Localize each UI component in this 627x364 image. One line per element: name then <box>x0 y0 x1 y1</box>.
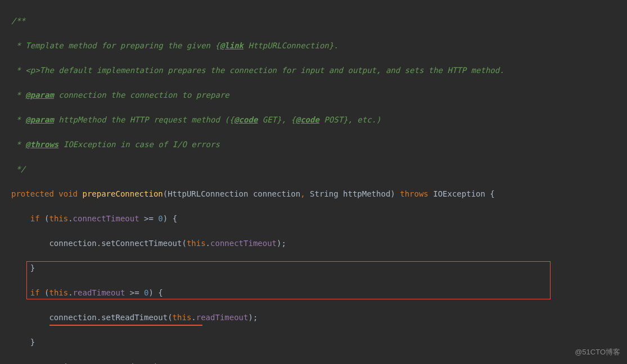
dot: . <box>191 313 196 322</box>
call-set-read-timeout: connection.setReadTimeout( <box>49 313 172 322</box>
keyword-void: void <box>58 189 82 198</box>
javadoc-line: * Template method for preparing the give… <box>11 41 220 50</box>
number-zero: 0 <box>158 214 163 223</box>
semicolon: ); <box>248 313 258 322</box>
dot: . <box>206 239 210 248</box>
keyword-this: this <box>187 239 206 248</box>
keyword-protected: protected <box>11 189 58 198</box>
keyword-if: if <box>30 214 44 223</box>
method-name: prepareConnection <box>82 189 163 198</box>
field-connect-timeout: connectTimeout <box>210 239 277 248</box>
semicolon: ); <box>277 239 286 248</box>
keyword-throws: throws <box>400 189 433 198</box>
javadoc-line: IOException in case of I/O errors <box>58 140 220 149</box>
javadoc-line: GET}, { <box>258 115 295 124</box>
field-connect-timeout: connectTimeout <box>73 214 139 223</box>
javadoc-html-p: <p> <box>25 66 39 75</box>
paren: ) { <box>163 214 177 223</box>
javadoc-line: httpMethod the HTTP request method ({ <box>54 115 234 124</box>
dot: . <box>68 288 73 297</box>
paren: ) { <box>148 288 163 297</box>
dot: . <box>68 214 73 223</box>
javadoc-line: * <box>11 115 25 124</box>
operator-ge: >= <box>139 214 159 223</box>
keyword-this: this <box>49 214 68 223</box>
field-read-timeout: readTimeout <box>73 288 125 297</box>
javadoc-line: * <box>11 66 25 75</box>
field-read-timeout: readTimeout <box>196 313 249 322</box>
javadoc-open: /** <box>11 16 25 25</box>
exception-type: IOException { <box>433 189 495 198</box>
javadoc-param-tag: @param <box>25 90 54 99</box>
keyword-if: if <box>30 288 44 297</box>
operator-ge: >= <box>125 288 144 297</box>
javadoc-line: The default implementation prepares the … <box>40 66 504 75</box>
javadoc-code-tag: @code <box>234 115 258 124</box>
javadoc-line: POST}, etc.) <box>319 115 381 124</box>
comma: , <box>300 189 310 198</box>
brace-close: } <box>30 338 35 347</box>
javadoc-link-tag: @link <box>220 41 243 50</box>
javadoc-throws-tag: @throws <box>25 140 58 149</box>
javadoc-line: * <box>11 90 25 99</box>
javadoc-line: connection the connection to prepare <box>54 90 229 99</box>
watermark-label: @51CTO博客 <box>575 346 620 358</box>
brace-close: } <box>30 263 35 272</box>
javadoc-close: */ <box>11 165 25 174</box>
code-editor[interactable]: /** * Template method for preparing the … <box>0 0 627 364</box>
param-list: String httpMethod) <box>310 189 400 198</box>
javadoc-param-tag: @param <box>25 115 54 124</box>
keyword-this: this <box>49 288 68 297</box>
javadoc-code-tag: @code <box>296 115 319 124</box>
param-list: (HttpURLConnection connection <box>163 189 300 198</box>
keyword-this: this <box>173 313 192 322</box>
javadoc-line: HttpURLConnection}. <box>243 41 339 50</box>
javadoc-line: * <box>11 140 25 149</box>
call-set-connect-timeout: connection.setConnectTimeout( <box>49 239 186 248</box>
